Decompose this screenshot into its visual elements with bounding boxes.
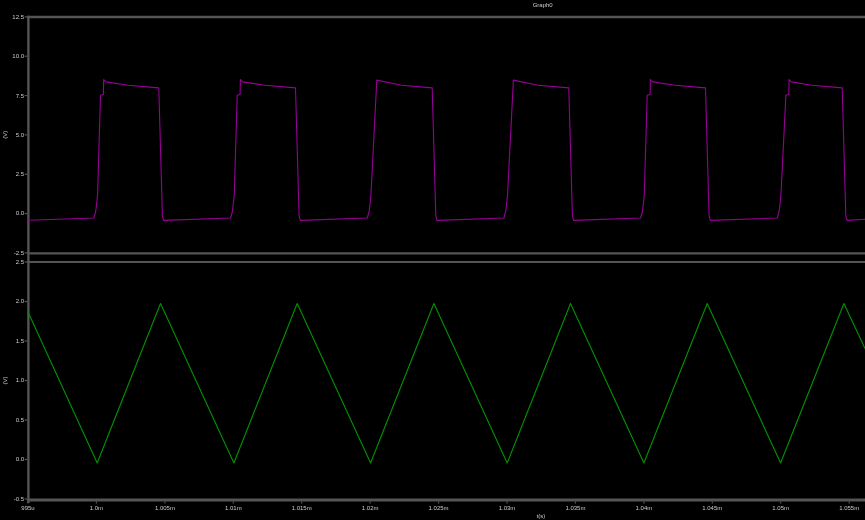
svg-text:1.01m: 1.01m <box>225 505 242 511</box>
svg-text:-2.5: -2.5 <box>14 250 25 256</box>
svg-text:1.5: 1.5 <box>16 338 25 344</box>
svg-text:1.0: 1.0 <box>16 377 25 383</box>
svg-text:t(s): t(s) <box>537 513 546 519</box>
svg-text:2.0: 2.0 <box>16 298 25 304</box>
svg-text:1.05m: 1.05m <box>772 505 789 511</box>
svg-text:995u: 995u <box>21 505 34 511</box>
svg-text:(V): (V) <box>2 377 8 385</box>
svg-text:5.0: 5.0 <box>16 132 25 138</box>
svg-text:0.0: 0.0 <box>16 210 25 216</box>
svg-text:-0.5: -0.5 <box>14 496 25 502</box>
svg-text:1.015m: 1.015m <box>292 505 312 511</box>
svg-text:(V): (V) <box>2 131 8 139</box>
svg-text:12.5: 12.5 <box>12 14 24 20</box>
svg-text:1.025m: 1.025m <box>429 505 449 511</box>
svg-text:Graph0: Graph0 <box>533 2 554 8</box>
svg-text:2.5: 2.5 <box>16 171 25 177</box>
svg-text:1.02m: 1.02m <box>362 505 379 511</box>
svg-text:1.045m: 1.045m <box>702 505 722 511</box>
svg-text:2.5: 2.5 <box>16 259 25 265</box>
svg-text:1.03m: 1.03m <box>499 505 516 511</box>
svg-text:1.0m: 1.0m <box>90 505 103 511</box>
svg-text:1.04m: 1.04m <box>636 505 653 511</box>
svg-text:1.005m: 1.005m <box>155 505 175 511</box>
svg-text:1.055m: 1.055m <box>839 505 859 511</box>
svg-text:7.5: 7.5 <box>16 93 25 99</box>
svg-text:0.0: 0.0 <box>16 456 25 462</box>
svg-text:10.0: 10.0 <box>12 53 24 59</box>
svg-text:0.5: 0.5 <box>16 417 25 423</box>
svg-text:1.035m: 1.035m <box>565 505 585 511</box>
